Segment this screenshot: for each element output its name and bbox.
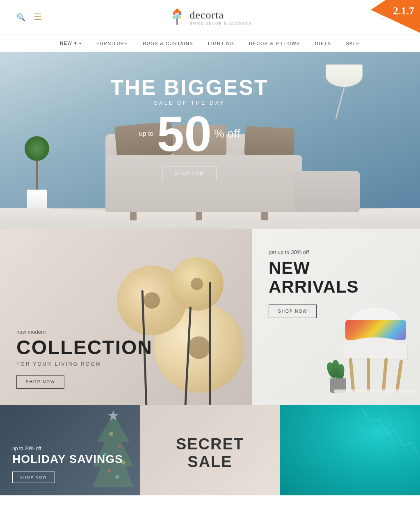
- svg-rect-7: [179, 16, 181, 18]
- svg-rect-0: [176, 18, 178, 25]
- arrivals-title: NEW ARRIVALS: [269, 259, 404, 296]
- secret-sale-title: SECRET SALE: [152, 435, 267, 471]
- secret-sale-content: SECRET SALE: [152, 435, 267, 483]
- logo-text: decorta HOME DECOR & ACCENTS: [189, 9, 251, 25]
- secret-sale-banner: SECRET SALE: [140, 405, 280, 495]
- arrivals-shop-button[interactable]: SHOP NOW: [269, 305, 317, 318]
- hero-promo-prefix: up to: [139, 130, 154, 137]
- teal-banner: [280, 405, 420, 495]
- logo-brand: decorta: [189, 9, 251, 21]
- texture-decoration: [280, 405, 420, 495]
- hero-promo-suffix: % off: [214, 127, 240, 140]
- svg-rect-5: [179, 13, 181, 15]
- hero-shop-button[interactable]: SHOP NOW: [162, 167, 217, 180]
- nav-item-decor[interactable]: DÉCOR & PILLOWS: [249, 41, 300, 46]
- hero-subtitle: SALE OF THE DAY: [110, 100, 268, 106]
- holiday-content: up to 20% off HOLIDAY SAVINGS SHOP NOW: [12, 446, 123, 483]
- collection-sub: FOR YOUR LIVING ROOM: [16, 361, 153, 367]
- hero-banner: THE BIGGEST SALE OF THE DAY up to 50 % o…: [0, 52, 420, 229]
- search-icon[interactable]: 🔍: [16, 13, 25, 22]
- collection-title: COLLECTION: [16, 337, 153, 358]
- hero-title: THE BIGGEST: [110, 76, 268, 99]
- nav-item-gifts[interactable]: GIFTS: [315, 41, 331, 46]
- arrivals-banner: get up to 30% off NEW ARRIVALS SHOP NOW: [252, 229, 420, 405]
- bottom-banner-row: up to 20% off HOLIDAY SAVINGS SHOP NOW S…: [0, 405, 420, 495]
- logo-icon: [169, 7, 185, 27]
- plant-decoration: [25, 136, 49, 212]
- arrivals-label: get up to 30% off: [269, 249, 404, 255]
- arrivals-banner-content: get up to 30% off NEW ARRIVALS SHOP NOW: [269, 249, 404, 318]
- navigation: NEW ▾ FURNITURE RUGS & CURTAINS LIGHTING…: [0, 35, 420, 52]
- menu-icon[interactable]: ☰: [34, 12, 42, 23]
- holiday-title: HOLIDAY SAVINGS: [12, 453, 123, 466]
- collection-shop-button[interactable]: SHOP NOW: [16, 375, 64, 389]
- version-badge: 2.1.7: [371, 0, 420, 33]
- svg-rect-4: [173, 13, 176, 15]
- logo[interactable]: decorta HOME DECOR & ACCENTS: [169, 7, 251, 27]
- svg-rect-3: [176, 14, 179, 18]
- hero-promo: up to 50 % off: [110, 109, 268, 158]
- nav-item-lighting[interactable]: LIGHTING: [208, 41, 234, 46]
- header: 🔍 ☰ decorta HOME DECOR & ACCENTS ♡ 🛒 2.1…: [0, 0, 420, 35]
- svg-point-9: [109, 432, 113, 436]
- banner-row: new modern COLLECTION FOR YOUR LIVING RO…: [0, 229, 420, 405]
- nav-item-rugs[interactable]: RUGS & CURTAINS: [143, 41, 193, 46]
- nav-item-sale[interactable]: SALE: [346, 41, 360, 46]
- holiday-label: up to 20% off: [12, 446, 123, 451]
- collection-banner-content: new modern COLLECTION FOR YOUR LIVING RO…: [16, 329, 153, 389]
- header-left: 🔍 ☰: [16, 12, 42, 23]
- holiday-banner: up to 20% off HOLIDAY SAVINGS SHOP NOW: [0, 405, 140, 495]
- svg-rect-6: [173, 16, 176, 18]
- collection-label: new modern: [16, 329, 153, 335]
- nav-item-furniture[interactable]: FURNITURE: [96, 41, 128, 46]
- hero-promo-number: 50: [157, 109, 211, 158]
- lamp-decoration: [326, 64, 363, 120]
- svg-marker-1: [173, 8, 182, 13]
- logo-tagline: HOME DECOR & ACCENTS: [189, 21, 251, 25]
- nav-item-new[interactable]: NEW ▾: [60, 41, 82, 46]
- hero-content: THE BIGGEST SALE OF THE DAY up to 50 % o…: [110, 76, 268, 180]
- collection-banner: new modern COLLECTION FOR YOUR LIVING RO…: [0, 229, 252, 405]
- holiday-shop-button[interactable]: SHOP NOW: [12, 472, 55, 483]
